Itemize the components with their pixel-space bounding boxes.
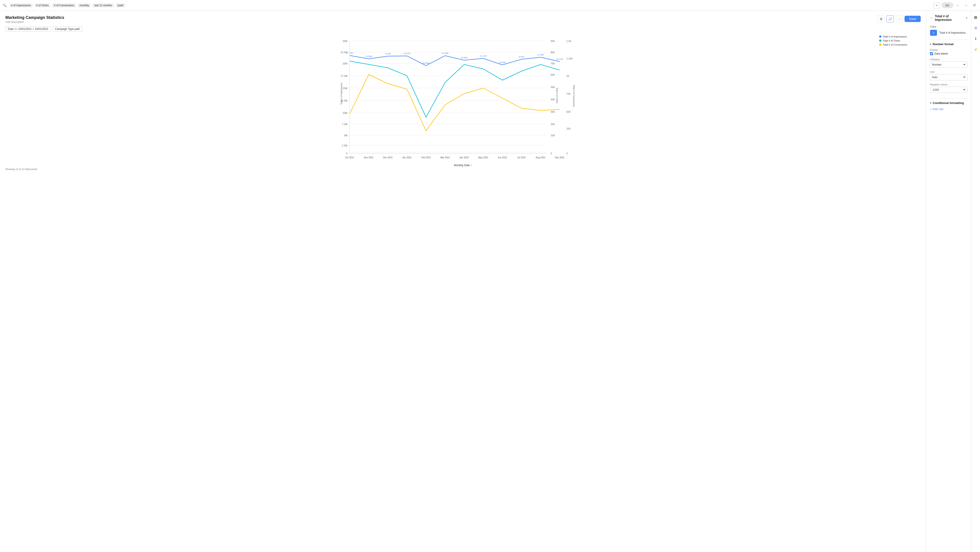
svg-text:10K: 10K — [550, 134, 555, 137]
legend-dot-conversions — [879, 44, 881, 46]
right-panel: ← Total # of Impression × Color ▾ Total … — [926, 11, 980, 552]
chart-title-group: Marketing Campaign Statistics Add descri… — [5, 15, 64, 24]
chart-toolbar: ⊞ 📈 ··· Save — [878, 15, 921, 22]
tag-last12months[interactable]: last 12 months — [92, 3, 114, 7]
svg-text:50K: 50K — [550, 86, 555, 89]
panel-icons: ▦ ⚙ ℹ ⚡ — [971, 11, 980, 552]
svg-text:Jan 2022: Jan 2022 — [402, 156, 412, 159]
svg-text:20K: 20K — [550, 123, 555, 126]
tag-monthly[interactable]: monthly — [78, 3, 91, 7]
chart-area: Marketing Campaign Statistics Add descri… — [0, 11, 926, 552]
filter-date[interactable]: Date >= 10/01/2021 < 10/01/2022 — [5, 26, 51, 32]
sort-icon[interactable]: ↑ — [471, 164, 472, 167]
svg-text:Oct 2021: Oct 2021 — [345, 156, 354, 159]
negative-values-label: Negative values — [930, 83, 967, 86]
svg-text:Nov 2021: Nov 2021 — [364, 156, 374, 159]
more-options-button[interactable]: ··· — [896, 15, 903, 22]
svg-text:70K: 70K — [550, 62, 555, 65]
cond-fmt-chevron-icon: ▾ — [930, 102, 931, 105]
info-icon: ℹ — [975, 37, 977, 41]
svg-text:25M: 25M — [343, 40, 347, 43]
svg-text:Sep 2022: Sep 2022 — [555, 156, 565, 159]
search-forward-button[interactable]: → — [963, 2, 969, 8]
save-button[interactable]: Save — [905, 16, 921, 22]
panel-back-button[interactable]: ← — [930, 16, 934, 20]
tag-paid[interactable]: 'paid' — [116, 3, 125, 7]
svg-text:20.41M: 20.41M — [556, 58, 563, 60]
panel-close-button[interactable]: × — [966, 16, 967, 20]
legend-conversions: Total # of Conversions — [879, 43, 907, 46]
panel-title: Total # of Impression — [935, 14, 966, 22]
chart-svg: 25M 22.5M 20M 17.5M 15M 12.5M 10M 7.5M 5… — [5, 35, 921, 161]
svg-text:20.9M: 20.9M — [519, 56, 524, 58]
filter-campaign-type[interactable]: Campaign Type paid — [52, 26, 82, 32]
ellipsis-icon: ··· — [898, 17, 900, 21]
info-icon-btn[interactable]: ℹ — [972, 35, 979, 42]
tag-impressions[interactable]: # of Impressions — [9, 3, 33, 7]
svg-text:30K: 30K — [550, 110, 555, 113]
filter-chips: Date >= 10/01/2021 < 10/01/2022 Campaign… — [5, 26, 921, 32]
line-chart-icon: 📈 — [888, 17, 892, 21]
svg-text:80K: 80K — [550, 51, 555, 54]
legend-dot-impressions — [879, 35, 881, 38]
svg-text:500: 500 — [566, 110, 570, 113]
search-back-button[interactable]: ← — [955, 2, 961, 8]
legend-clicks: Total # of Clicks — [879, 39, 907, 42]
bar-chart-icon-btn[interactable]: ▦ — [972, 13, 979, 21]
svg-text:60K: 60K — [550, 73, 555, 76]
tag-clicks[interactable]: # of Clicks — [34, 3, 50, 7]
unit-select[interactable]: Auto — [930, 74, 967, 80]
conditional-formatting-section[interactable]: ▾ Conditional formatting — [930, 101, 967, 105]
table-icon: ⊞ — [880, 17, 883, 21]
search-clear-button[interactable]: × — [934, 2, 940, 8]
data-labels-row: Data labels — [930, 52, 967, 55]
svg-text:17.5M: 17.5M — [340, 75, 347, 77]
svg-text:1K: 1K — [566, 75, 570, 77]
category-select[interactable]: Number — [930, 62, 967, 68]
number-format-title: Number format — [932, 43, 953, 46]
chevron-down-icon: ▾ — [933, 32, 934, 34]
svg-text:May 2022: May 2022 — [478, 156, 488, 159]
add-rule-button[interactable]: + Add rule — [930, 107, 943, 111]
tag-conversions[interactable]: # of Conversions — [52, 3, 76, 7]
svg-text:1.5K: 1.5K — [566, 40, 571, 43]
svg-text:250: 250 — [566, 127, 570, 130]
chart-footer: Monthly Date ↑ — [5, 164, 921, 167]
svg-text:Jun 2022: Jun 2022 — [498, 156, 507, 159]
panel-header: ← Total # of Impression × — [930, 14, 967, 22]
color-name-label: Total # of Impressions — [939, 31, 966, 34]
svg-text:21.6M: 21.6M — [385, 52, 391, 55]
search-bar: 🔍 # of Impressions # of Clicks # of Conv… — [0, 0, 980, 11]
svg-text:Apr 2022: Apr 2022 — [460, 156, 469, 159]
data-labels-label: Data labels — [934, 52, 948, 55]
svg-text:20.98M: 20.98M — [365, 55, 372, 57]
chart-subtitle[interactable]: Add description — [5, 21, 64, 24]
svg-text:90K: 90K — [550, 40, 555, 43]
svg-text:40K: 40K — [550, 98, 555, 101]
chart-view-button[interactable]: 📈 — [886, 15, 894, 22]
svg-text:20M: 20M — [343, 62, 347, 65]
svg-text:Total # of Conversions: Total # of Conversions — [573, 85, 575, 107]
color-row: ▾ Total # of Impressions — [930, 30, 967, 36]
panel-content: ← Total # of Impression × Color ▾ Total … — [926, 11, 971, 552]
table-view-button[interactable]: ⊞ — [878, 15, 885, 22]
settings-icon-btn[interactable]: ⚙ — [972, 24, 979, 32]
search-refresh-button[interactable]: ↺ — [971, 2, 977, 8]
data-labels-checkbox[interactable] — [930, 52, 933, 55]
svg-text:Total # of Clicks: Total # of Clicks — [556, 87, 558, 103]
lightning-icon: ⚡ — [974, 48, 978, 52]
negative-values-select[interactable]: -1234 — [930, 87, 967, 93]
lightning-icon-btn[interactable]: ⚡ — [972, 46, 979, 53]
chart-wrapper: Total # of Impressions Total # of Clicks… — [5, 35, 921, 162]
svg-text:Total # of Impressions: Total # of Impressions — [340, 83, 343, 104]
svg-text:0: 0 — [550, 152, 552, 155]
color-section-label: Color — [930, 25, 967, 28]
x-axis-label: Monthly Date ↑ — [454, 164, 472, 167]
svg-text:21.11M: 21.11M — [480, 55, 487, 57]
color-swatch-button[interactable]: ▾ — [930, 30, 937, 36]
plus-icon: + — [930, 107, 932, 111]
chart-legend: Total # of Impressions Total # of Clicks… — [879, 35, 907, 46]
search-go-button[interactable]: Go — [942, 2, 953, 8]
number-format-section[interactable]: ▾ Number format — [930, 43, 967, 46]
svg-text:Mar 2022: Mar 2022 — [441, 156, 450, 159]
